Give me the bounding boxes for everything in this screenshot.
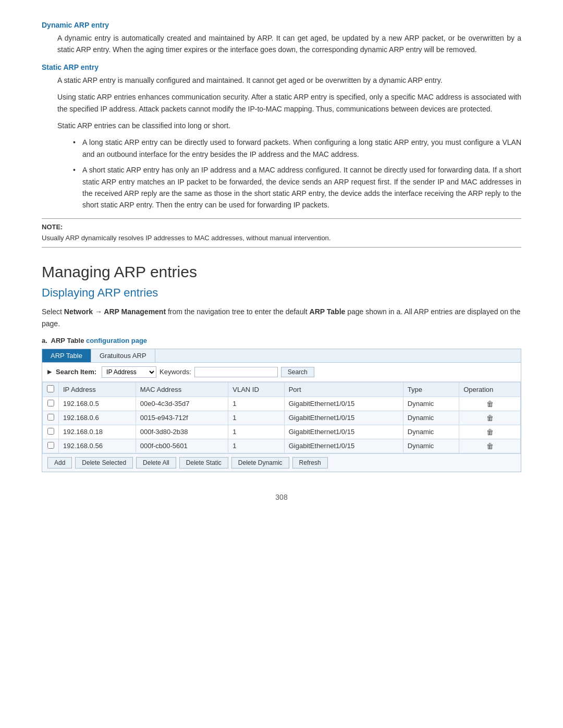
- table-row: 192.168.0.56 000f-cb00-5601 1 GigabitEth…: [43, 439, 521, 453]
- search-item-label: Search Item:: [56, 368, 96, 376]
- page-number: 308: [42, 493, 521, 501]
- select-all-checkbox[interactable]: [47, 385, 54, 392]
- cell-ip: 192.168.0.5: [59, 397, 136, 411]
- cell-type: Dynamic: [403, 425, 459, 439]
- row-checkbox-cell[interactable]: [43, 397, 59, 411]
- static-arp-para3: Static ARP entries can be classified int…: [57, 120, 521, 131]
- cell-ip: 192.168.0.18: [59, 425, 136, 439]
- intro-para: Select Network → ARP Management from the…: [42, 306, 521, 329]
- delete-row-icon[interactable]: 🗑: [486, 428, 494, 436]
- cell-mac: 000f-cb00-5601: [136, 439, 228, 453]
- delete-all-button[interactable]: Delete All: [136, 457, 176, 468]
- row-checkbox-cell[interactable]: [43, 411, 59, 425]
- main-heading: Managing ARP entries: [42, 263, 521, 281]
- cell-port: GigabitEthernet1/0/15: [284, 397, 403, 411]
- col-operation: Operation: [459, 382, 521, 397]
- row-checkbox-1[interactable]: [47, 414, 54, 421]
- cell-vlan: 1: [228, 439, 284, 453]
- search-arrow-icon: ▶: [47, 368, 52, 375]
- cell-port: GigabitEthernet1/0/15: [284, 411, 403, 425]
- cell-type: Dynamic: [403, 397, 459, 411]
- cell-port: GigabitEthernet1/0/15: [284, 439, 403, 453]
- cell-type: Dynamic: [403, 411, 459, 425]
- cell-operation[interactable]: 🗑: [459, 411, 521, 425]
- table-row: 192.168.0.5 00e0-4c3d-35d7 1 GigabitEthe…: [43, 397, 521, 411]
- dynamic-arp-text: A dynamic entry is automatically created…: [57, 32, 521, 56]
- cell-operation[interactable]: 🗑: [459, 439, 521, 453]
- arp-table-container: ARP Table Gratuitous ARP ▶ Search Item: …: [42, 349, 521, 472]
- cell-operation[interactable]: 🗑: [459, 397, 521, 411]
- row-checkbox-cell[interactable]: [43, 439, 59, 453]
- sub-heading: Displaying ARP entries: [42, 286, 521, 300]
- keywords-label: Keywords:: [160, 368, 191, 376]
- row-checkbox-0[interactable]: [47, 400, 54, 406]
- delete-static-button[interactable]: Delete Static: [179, 457, 228, 468]
- keywords-input[interactable]: [194, 367, 278, 377]
- cell-mac: 000f-3d80-2b38: [136, 425, 228, 439]
- table-header-row: IP Address MAC Address VLAN ID Port Type…: [43, 382, 521, 397]
- cell-vlan: 1: [228, 411, 284, 425]
- col-ip-address: IP Address: [59, 382, 136, 397]
- row-checkbox-cell[interactable]: [43, 425, 59, 439]
- tab-arp-table[interactable]: ARP Table: [42, 349, 91, 362]
- refresh-button[interactable]: Refresh: [292, 457, 328, 468]
- cell-ip: 192.168.0.56: [59, 439, 136, 453]
- search-bar: ▶ Search Item: IP Address MAC Address VL…: [42, 363, 521, 382]
- delete-dynamic-button[interactable]: Delete Dynamic: [231, 457, 289, 468]
- cell-vlan: 1: [228, 397, 284, 411]
- cell-operation[interactable]: 🗑: [459, 425, 521, 439]
- static-arp-bullet2: A short static ARP entry has only an IP …: [73, 164, 521, 211]
- table-row: 192.168.0.6 0015-e943-712f 1 GigabitEthe…: [43, 411, 521, 425]
- note-text: Usually ARP dynamically resolves IP addr…: [42, 233, 521, 243]
- tab-gratuitous-arp[interactable]: Gratuitous ARP: [91, 349, 155, 362]
- note-label: NOTE:: [42, 223, 521, 231]
- row-checkbox-2[interactable]: [47, 428, 54, 435]
- static-arp-para1: A static ARP entry is manually configure…: [57, 75, 521, 86]
- cell-type: Dynamic: [403, 439, 459, 453]
- tab-bar: ARP Table Gratuitous ARP: [42, 349, 521, 363]
- cell-ip: 192.168.0.6: [59, 411, 136, 425]
- col-type: Type: [403, 382, 459, 397]
- search-select[interactable]: IP Address MAC Address VLAN ID Port Type: [102, 366, 156, 378]
- dynamic-arp-heading: Dynamic ARP entry: [42, 21, 521, 29]
- row-checkbox-3[interactable]: [47, 442, 54, 449]
- static-arp-para2: Using static ARP entries enhances commun…: [57, 91, 521, 115]
- arp-data-table: IP Address MAC Address VLAN ID Port Type…: [42, 382, 521, 453]
- cell-mac: 00e0-4c3d-35d7: [136, 397, 228, 411]
- cell-vlan: 1: [228, 425, 284, 439]
- delete-row-icon[interactable]: 🗑: [486, 414, 494, 422]
- cell-port: GigabitEthernet1/0/15: [284, 425, 403, 439]
- static-arp-heading: Static ARP entry: [42, 63, 521, 71]
- action-bar: Add Delete Selected Delete All Delete St…: [42, 453, 521, 472]
- delete-row-icon[interactable]: 🗑: [486, 400, 494, 408]
- add-button[interactable]: Add: [47, 457, 72, 468]
- col-vlan-id: VLAN ID: [228, 382, 284, 397]
- note-box: NOTE: Usually ARP dynamically resolves I…: [42, 218, 521, 248]
- col-mac-address: MAC Address: [136, 382, 228, 397]
- static-arp-bullet1: A long static ARP entry can be directly …: [73, 137, 521, 160]
- delete-row-icon[interactable]: 🗑: [486, 442, 494, 450]
- table-row: 192.168.0.18 000f-3d80-2b38 1 GigabitEth…: [43, 425, 521, 439]
- config-label: a. ARP Table configuration page: [42, 337, 521, 344]
- col-port: Port: [284, 382, 403, 397]
- cell-mac: 0015-e943-712f: [136, 411, 228, 425]
- header-checkbox-cell[interactable]: [43, 382, 59, 397]
- search-button[interactable]: Search: [281, 367, 314, 377]
- delete-selected-button[interactable]: Delete Selected: [75, 457, 133, 468]
